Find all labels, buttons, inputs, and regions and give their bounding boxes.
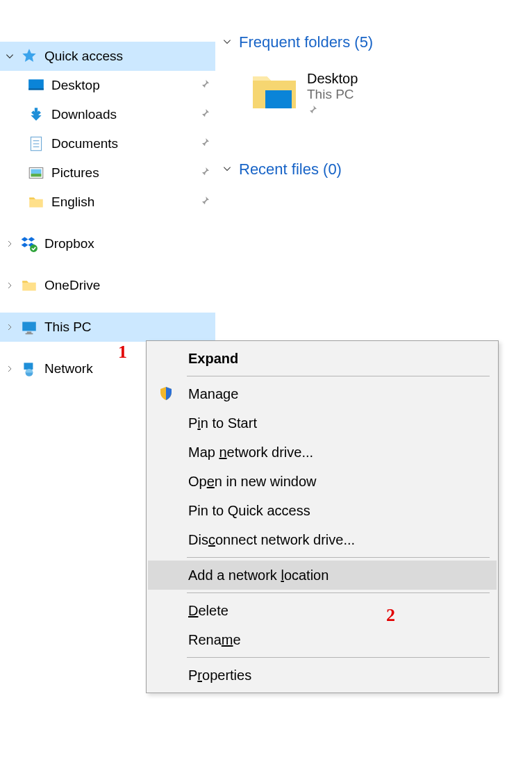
ctx-label: Disconnect network drive... bbox=[188, 532, 355, 548]
chevron-right-icon[interactable] bbox=[3, 281, 17, 290]
tile-subtitle: This PC bbox=[307, 87, 358, 102]
ctx-manage[interactable]: Manage bbox=[148, 379, 497, 408]
ctx-properties[interactable]: Properties bbox=[148, 661, 497, 690]
chevron-down-icon[interactable] bbox=[222, 164, 232, 176]
pin-icon bbox=[194, 107, 215, 122]
menu-separator bbox=[187, 376, 490, 376]
nav-label: Desktop bbox=[51, 78, 194, 93]
menu-separator bbox=[187, 557, 490, 558]
ctx-label: Expand bbox=[188, 351, 238, 367]
ctx-expand[interactable]: Expand bbox=[148, 344, 497, 373]
ctx-rename[interactable]: Rename bbox=[148, 625, 497, 654]
section-title: Frequent folders (5) bbox=[239, 33, 373, 51]
nav-item-pictures[interactable]: Pictures bbox=[0, 158, 215, 188]
nav-item-downloads[interactable]: Downloads bbox=[0, 100, 215, 129]
context-menu: Expand Manage Pin to Start Map network d… bbox=[146, 340, 499, 693]
svg-point-9 bbox=[30, 244, 38, 252]
ctx-label: Manage bbox=[188, 386, 238, 402]
computer-icon bbox=[19, 317, 39, 337]
folder-icon bbox=[250, 71, 299, 111]
network-icon bbox=[19, 359, 39, 379]
nav-label: Dropbox bbox=[44, 236, 215, 251]
nav-dropbox[interactable]: Dropbox bbox=[0, 229, 215, 258]
pictures-icon bbox=[26, 163, 46, 183]
star-icon bbox=[19, 47, 39, 66]
ctx-label: Open in new window bbox=[188, 474, 317, 490]
dropbox-icon bbox=[19, 234, 39, 254]
frequent-folders-header[interactable]: Frequent folders (5) bbox=[222, 33, 532, 51]
svg-rect-11 bbox=[27, 332, 32, 333]
annotation-1: 1 bbox=[118, 342, 127, 363]
nav-this-pc[interactable]: This PC bbox=[0, 313, 215, 342]
svg-rect-12 bbox=[26, 333, 33, 335]
documents-icon bbox=[26, 134, 46, 154]
pin-icon bbox=[194, 194, 215, 210]
folder-icon bbox=[19, 276, 39, 295]
folder-icon bbox=[26, 192, 46, 212]
tile-name: Desktop bbox=[307, 71, 358, 87]
ctx-pin-to-start[interactable]: Pin to Start bbox=[148, 408, 497, 438]
nav-item-desktop[interactable]: Desktop bbox=[0, 71, 215, 100]
pin-icon bbox=[194, 165, 215, 181]
chevron-right-icon[interactable] bbox=[3, 365, 17, 373]
nav-label: Downloads bbox=[51, 107, 194, 122]
svg-rect-7 bbox=[31, 169, 41, 174]
ctx-add-network-location[interactable]: Add a network location bbox=[148, 561, 497, 590]
section-title: Recent files (0) bbox=[239, 160, 342, 179]
ctx-label: Rename bbox=[188, 632, 241, 648]
chevron-right-icon[interactable] bbox=[3, 323, 17, 331]
desktop-icon bbox=[26, 76, 46, 95]
svg-rect-13 bbox=[24, 363, 33, 370]
nav-label: This PC bbox=[44, 320, 215, 335]
recent-files-header[interactable]: Recent files (0) bbox=[222, 160, 532, 179]
chevron-right-icon[interactable] bbox=[3, 240, 17, 248]
navigation-pane: Quick access Desktop Downloads Doc bbox=[0, 0, 215, 383]
shield-icon bbox=[158, 386, 188, 402]
pin-icon bbox=[194, 136, 215, 151]
svg-rect-15 bbox=[265, 90, 292, 108]
nav-item-documents[interactable]: Documents bbox=[0, 129, 215, 158]
nav-label: OneDrive bbox=[44, 278, 215, 293]
nav-label: Pictures bbox=[51, 165, 194, 181]
ctx-label: Pin to Start bbox=[188, 415, 257, 431]
folder-tile-desktop[interactable]: Desktop This PC bbox=[222, 58, 532, 140]
svg-rect-10 bbox=[22, 322, 36, 331]
chevron-down-icon[interactable] bbox=[222, 37, 232, 49]
pin-icon bbox=[194, 78, 215, 93]
ctx-open-new-window[interactable]: Open in new window bbox=[148, 467, 497, 496]
chevron-down-icon[interactable] bbox=[3, 51, 17, 61]
svg-rect-1 bbox=[28, 88, 44, 90]
annotation-2: 2 bbox=[386, 605, 395, 626]
ctx-map-network-drive[interactable]: Map network drive... bbox=[148, 438, 497, 467]
menu-separator bbox=[187, 657, 490, 658]
ctx-disconnect-network-drive[interactable]: Disconnect network drive... bbox=[148, 525, 497, 554]
content-pane: Frequent folders (5) Desktop This PC bbox=[215, 0, 532, 383]
nav-label: Quick access bbox=[44, 49, 215, 64]
downloads-icon bbox=[26, 105, 46, 124]
ctx-delete[interactable]: Delete bbox=[148, 596, 497, 625]
ctx-label: Properties bbox=[188, 668, 251, 683]
nav-quick-access[interactable]: Quick access bbox=[0, 42, 215, 71]
ctx-label: Add a network location bbox=[188, 567, 329, 583]
svg-rect-8 bbox=[31, 174, 41, 176]
nav-onedrive[interactable]: OneDrive bbox=[0, 271, 215, 300]
nav-label: Documents bbox=[51, 136, 194, 151]
svg-rect-0 bbox=[28, 79, 44, 90]
nav-label: English bbox=[51, 194, 194, 210]
ctx-pin-quick-access[interactable]: Pin to Quick access bbox=[148, 496, 497, 525]
nav-item-english[interactable]: English bbox=[0, 188, 215, 217]
ctx-label: Map network drive... bbox=[188, 445, 313, 461]
menu-separator bbox=[187, 592, 490, 593]
ctx-label: Pin to Quick access bbox=[188, 503, 310, 519]
ctx-label: Delete bbox=[188, 603, 228, 619]
pin-icon bbox=[307, 103, 358, 119]
